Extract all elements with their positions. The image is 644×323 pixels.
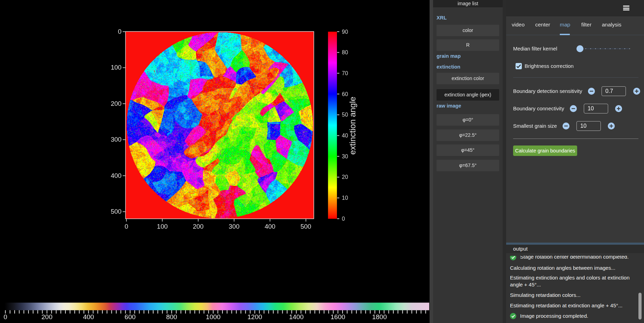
svg-text:20: 20 bbox=[342, 174, 348, 180]
svg-text:600: 600 bbox=[125, 313, 136, 321]
svg-text:80: 80 bbox=[342, 49, 348, 55]
svg-text:0: 0 bbox=[125, 223, 128, 230]
svg-text:1200: 1200 bbox=[248, 313, 262, 321]
svg-text:40: 40 bbox=[342, 133, 348, 139]
svg-text:1800: 1800 bbox=[372, 313, 387, 321]
svg-text:100: 100 bbox=[111, 64, 121, 71]
svg-text:30: 30 bbox=[342, 153, 348, 159]
svg-text:400: 400 bbox=[265, 223, 275, 230]
svg-text:0: 0 bbox=[3, 313, 7, 321]
svg-text:60: 60 bbox=[342, 91, 348, 97]
svg-text:1600: 1600 bbox=[331, 313, 345, 321]
svg-text:300: 300 bbox=[111, 136, 121, 143]
svg-text:500: 500 bbox=[300, 223, 311, 230]
svg-text:0: 0 bbox=[342, 216, 345, 222]
svg-text:200: 200 bbox=[193, 223, 204, 230]
svg-text:50: 50 bbox=[342, 112, 348, 118]
svg-text:400: 400 bbox=[83, 313, 94, 321]
svg-text:1400: 1400 bbox=[289, 313, 304, 321]
svg-text:70: 70 bbox=[342, 70, 348, 76]
svg-text:10: 10 bbox=[342, 195, 348, 201]
svg-text:800: 800 bbox=[166, 313, 177, 321]
svg-text:500: 500 bbox=[111, 208, 121, 215]
svg-text:100: 100 bbox=[157, 223, 168, 230]
svg-text:90: 90 bbox=[342, 29, 348, 35]
svg-text:200: 200 bbox=[41, 313, 53, 321]
svg-text:1000: 1000 bbox=[206, 313, 220, 321]
svg-text:400: 400 bbox=[111, 172, 121, 179]
svg-text:300: 300 bbox=[229, 223, 239, 230]
svg-text:extinction angle: extinction angle bbox=[348, 97, 357, 155]
svg-text:0: 0 bbox=[118, 28, 121, 35]
svg-text:200: 200 bbox=[111, 100, 121, 107]
